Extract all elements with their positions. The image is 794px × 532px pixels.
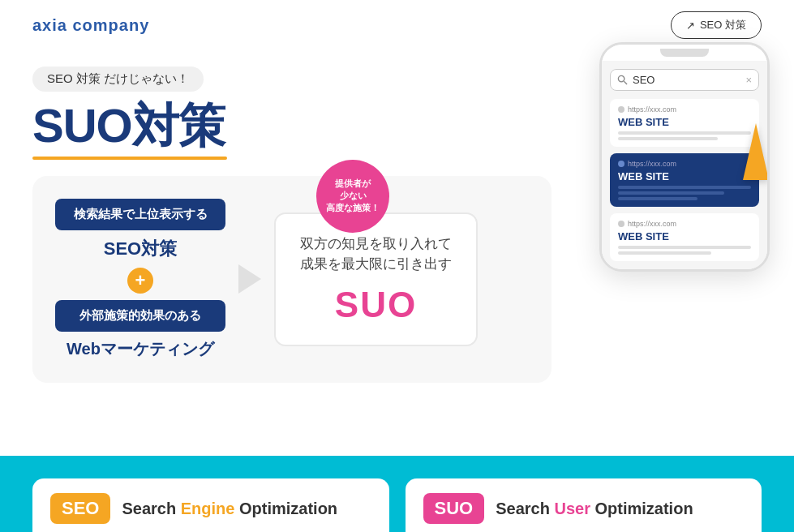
logo: axia company bbox=[32, 16, 149, 35]
bubble-text: 提供者が少ない高度な施策！ bbox=[326, 178, 380, 215]
seo-title-part2: Engine bbox=[181, 500, 235, 517]
suo-word: SUO bbox=[300, 285, 452, 325]
hero-left: SEO 対策 だけじゃない！ SUO対策 検索結果で上位表示する SEO対策 +… bbox=[32, 66, 552, 383]
phone-search-x: × bbox=[745, 74, 752, 86]
diagram-arrow bbox=[225, 264, 274, 294]
phone-searchbar: SEO × bbox=[610, 69, 759, 91]
diag-label-1: SEO対策 bbox=[104, 237, 177, 261]
title-underline bbox=[32, 157, 227, 160]
line-1 bbox=[618, 131, 751, 135]
bubble-badge: 提供者が少ない高度な施策！ bbox=[316, 160, 389, 233]
phone-result-2: https://xxx.com WEB SITE bbox=[610, 153, 759, 207]
suo-card-top: SUO Search User Optimization bbox=[406, 478, 762, 532]
phone-notch-inner bbox=[660, 49, 709, 57]
seo-title-part1: Search bbox=[122, 500, 180, 517]
phone-result-2-title: WEB SITE bbox=[618, 170, 751, 182]
diag-tag-1: 検索結果で上位表示する bbox=[55, 199, 225, 230]
phone-search-icon bbox=[617, 75, 628, 85]
seo-card-top: SEO Search Engine Optimization bbox=[32, 478, 389, 532]
phone-notch bbox=[602, 45, 767, 61]
seo-badge: SEO bbox=[50, 493, 110, 524]
suo-title-part3: Optimization bbox=[590, 500, 693, 517]
phone-result-3: https://xxx.com WEB SITE bbox=[610, 213, 759, 261]
seo-nav-button[interactable]: ↗ SEO 対策 bbox=[671, 11, 762, 39]
phone-results: https://xxx.com WEB SITE https://xxx.com bbox=[610, 99, 759, 261]
phone-result-3-url: https://xxx.com bbox=[618, 220, 751, 228]
phone-result-1: https://xxx.com WEB SITE bbox=[610, 99, 759, 147]
line-4 bbox=[618, 191, 724, 195]
seo-card: SEO Search Engine Optimization 検索エンジンに対し… bbox=[32, 478, 389, 532]
result-dot-1 bbox=[618, 106, 624, 113]
svg-line-1 bbox=[624, 81, 627, 84]
phone-search-text: SEO bbox=[633, 74, 740, 86]
nav-btn-label: SEO 対策 bbox=[700, 18, 746, 32]
hero-title: SUO対策 bbox=[32, 100, 552, 152]
diagram-box: 検索結果で上位表示する SEO対策 + 外部施策的効果のある Webマーケティン… bbox=[32, 176, 552, 383]
tag-badge: SEO 対策 だけじゃない！ bbox=[32, 66, 204, 92]
line-5 bbox=[618, 197, 697, 200]
trend-icon: ↗ bbox=[686, 19, 695, 32]
result-dot-2 bbox=[618, 161, 624, 167]
seo-card-title: Search Engine Optimization bbox=[122, 500, 337, 518]
line-6 bbox=[618, 246, 751, 249]
result-dot-3 bbox=[618, 221, 624, 227]
suo-result-box: 双方の知見を取り入れて 成果を最大限に引き出す SUO bbox=[274, 212, 478, 346]
phone-result-2-lines bbox=[618, 186, 751, 200]
svg-point-0 bbox=[618, 75, 624, 81]
hero-section: SEO 対策 だけじゃない！ SUO対策 検索結果で上位表示する SEO対策 +… bbox=[0, 50, 794, 456]
line-2 bbox=[618, 137, 718, 140]
phone-frame: SEO × https://xxx.com WEB S bbox=[599, 42, 770, 272]
phone-result-2-url: https://xxx.com bbox=[618, 160, 751, 168]
diag-tag-2: 外部施策的効果のある bbox=[55, 300, 225, 332]
suo-badge: SUO bbox=[423, 493, 485, 524]
phone-result-1-lines bbox=[618, 131, 751, 140]
phone-result-1-url: https://xxx.com bbox=[618, 105, 751, 114]
suo-title-part1: Search bbox=[496, 500, 554, 517]
phone-content: SEO × https://xxx.com WEB S bbox=[602, 61, 767, 269]
phone-result-1-title: WEB SITE bbox=[618, 116, 751, 128]
phone-result-3-lines bbox=[618, 246, 751, 255]
line-7 bbox=[618, 251, 711, 255]
phone-mockup: SEO × https://xxx.com WEB S bbox=[599, 42, 778, 272]
suo-card: SUO Search User Optimization 検索エンジンに対してW… bbox=[406, 478, 762, 532]
suo-title-part2: User bbox=[554, 500, 590, 517]
line-3 bbox=[618, 186, 751, 189]
diagram-left: 検索結果で上位表示する SEO対策 + 外部施策的効果のある Webマーケティン… bbox=[55, 199, 225, 360]
phone-up-arrow bbox=[743, 123, 769, 180]
diag-plus: + bbox=[127, 268, 153, 294]
suo-description: 双方の知見を取り入れて 成果を最大限に引き出す bbox=[300, 234, 452, 275]
diag-label-2: Webマーケティング bbox=[67, 338, 214, 360]
suo-card-title: Search User Optimization bbox=[496, 500, 693, 518]
arrow-right-shape bbox=[238, 264, 261, 294]
phone-result-3-title: WEB SITE bbox=[618, 230, 751, 242]
seo-title-part3: Optimization bbox=[234, 500, 337, 517]
bottom-section: SEO Search Engine Optimization 検索エンジンに対し… bbox=[0, 456, 794, 532]
